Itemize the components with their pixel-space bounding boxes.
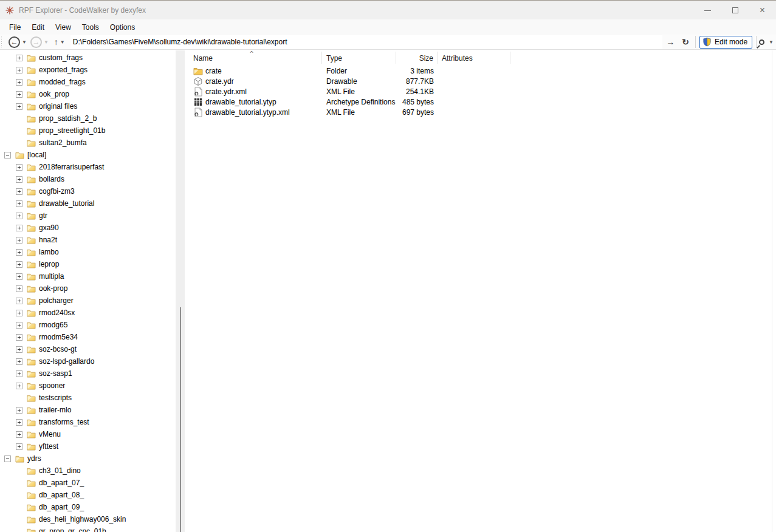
expander-icon[interactable] <box>16 176 22 183</box>
expander-icon[interactable] <box>16 407 22 414</box>
expander-icon[interactable] <box>16 103 22 110</box>
minimize-button[interactable] <box>694 1 721 19</box>
tree-item[interactable]: lambo <box>0 246 176 258</box>
tree-item[interactable]: leprop <box>0 258 176 270</box>
tree-item[interactable]: yfttest <box>0 440 176 452</box>
file-row[interactable]: drawable_tutorial.ytyp.xml XML File 697 … <box>189 107 776 117</box>
tree-item[interactable]: polcharger <box>0 295 176 307</box>
address-bar-input[interactable] <box>70 35 663 49</box>
expander-icon[interactable] <box>16 285 22 292</box>
tree-item[interactable]: soz-bcso-gt <box>0 343 176 355</box>
column-header-type[interactable]: Type <box>322 52 396 64</box>
tree-item[interactable]: db_apart_08_ <box>0 489 176 501</box>
expander-icon[interactable] <box>16 237 22 244</box>
expander-icon[interactable] <box>16 79 22 86</box>
tree-item[interactable]: multipla <box>0 270 176 282</box>
expander-icon[interactable] <box>16 67 22 73</box>
expander-icon[interactable] <box>16 419 22 426</box>
tree-item[interactable]: ook_prop <box>0 88 176 100</box>
expander-icon[interactable] <box>16 164 22 171</box>
tree-item[interactable]: cogfbi-zm3 <box>0 185 176 197</box>
tree-item[interactable]: rmodm5e34 <box>0 331 176 343</box>
tree-item[interactable]: ook-prop <box>0 282 176 295</box>
expander-icon[interactable] <box>16 443 22 450</box>
back-dropdown-icon[interactable]: ▼ <box>22 39 27 45</box>
expander-icon[interactable] <box>16 358 22 365</box>
tree-item[interactable]: db_apart_07_ <box>0 477 176 489</box>
forward-button[interactable]: → <box>30 36 42 48</box>
tree-item[interactable]: drawable_tutorial <box>0 197 176 210</box>
tree-item[interactable]: sultan2_bumfa <box>0 137 176 149</box>
tree-item[interactable]: prop_satdish_2_b <box>0 112 176 124</box>
up-dropdown-icon[interactable]: ▼ <box>60 39 65 45</box>
tree-item[interactable]: des_heli_highway006_skin <box>0 513 176 525</box>
go-icon[interactable]: → <box>666 37 675 47</box>
tree-item[interactable]: gr_prop_gr_cnc_01b <box>0 525 176 532</box>
menu-view[interactable]: View <box>50 21 77 34</box>
forward-dropdown-icon[interactable]: ▼ <box>44 39 49 45</box>
expander-icon[interactable] <box>16 91 22 98</box>
expander-icon[interactable] <box>16 261 22 268</box>
up-button[interactable]: ↑ <box>54 37 58 47</box>
tree-item[interactable]: custom_frags <box>0 52 176 64</box>
edit-mode-button[interactable]: Edit mode <box>699 36 752 49</box>
maximize-button[interactable] <box>721 1 749 19</box>
tree-item[interactable]: bollards <box>0 173 176 185</box>
expander-icon[interactable] <box>4 455 11 462</box>
tree-item[interactable]: db_apart_09_ <box>0 501 176 513</box>
expander-icon[interactable] <box>16 383 22 389</box>
file-row[interactable]: crate.ydr.xml XML File 254.1KB <box>189 86 776 97</box>
tree-item[interactable]: 2018ferrarisuperfast <box>0 161 176 173</box>
tree-item[interactable]: rmod240sx <box>0 307 176 319</box>
menu-file[interactable]: File <box>4 21 26 34</box>
file-row[interactable]: crate.ydr Drawable 877.7KB <box>189 76 776 86</box>
tree-scrollbar-thumb[interactable] <box>180 307 181 532</box>
tree-item[interactable]: rmodg65 <box>0 319 176 331</box>
expander-icon[interactable] <box>16 188 22 195</box>
menu-edit[interactable]: Edit <box>26 21 50 34</box>
expander-icon[interactable] <box>16 55 22 61</box>
tree-item[interactable]: prop_streetlight_01b <box>0 124 176 137</box>
expander-icon[interactable] <box>16 310 22 316</box>
file-row[interactable]: crate Folder 3 items <box>189 66 776 76</box>
expander-icon[interactable] <box>16 273 22 280</box>
tree-item[interactable]: [local] <box>0 149 176 161</box>
expander-icon[interactable] <box>16 200 22 207</box>
tree-item[interactable]: exported_frags <box>0 64 176 76</box>
column-header-attributes[interactable]: Attributes <box>438 52 510 64</box>
tree-item[interactable]: gxa90 <box>0 222 176 234</box>
expander-icon[interactable] <box>16 334 22 341</box>
expander-icon[interactable] <box>16 322 22 329</box>
tree-item[interactable]: ydrs <box>0 452 176 465</box>
expander-icon[interactable] <box>16 431 22 438</box>
expander-icon[interactable] <box>16 249 22 256</box>
tree-item[interactable]: gtr <box>0 210 176 222</box>
expander-icon[interactable] <box>16 213 22 219</box>
menu-options[interactable]: Options <box>105 21 140 34</box>
column-header-name[interactable]: ^ Name <box>189 52 322 64</box>
search-button[interactable]: ▼ <box>759 39 774 45</box>
toolbar-grip[interactable] <box>1 36 2 48</box>
tree-item[interactable]: hna2t <box>0 234 176 246</box>
tree-item[interactable]: testscripts <box>0 392 176 404</box>
close-button[interactable]: × <box>749 1 776 19</box>
tree-item[interactable]: spooner <box>0 380 176 392</box>
search-dropdown-icon[interactable]: ▼ <box>769 39 774 45</box>
tree-item[interactable]: soz-sasp1 <box>0 367 176 380</box>
tree-item[interactable]: original files <box>0 100 176 112</box>
expander-icon[interactable] <box>16 346 22 353</box>
refresh-icon[interactable]: ↻ <box>682 37 689 47</box>
column-header-size[interactable]: Size <box>396 52 438 64</box>
tree-item[interactable]: trailer-mlo <box>0 404 176 416</box>
tree-item[interactable]: ch3_01_dino <box>0 465 176 477</box>
expander-icon[interactable] <box>4 152 11 159</box>
expander-icon[interactable] <box>16 370 22 377</box>
tree-item[interactable]: soz-lspd-gallardo <box>0 355 176 367</box>
tree-item[interactable]: modded_frags <box>0 76 176 88</box>
tree-item[interactable]: transforms_test <box>0 416 176 428</box>
menu-tools[interactable]: Tools <box>77 21 105 34</box>
tree-item[interactable]: vMenu <box>0 428 176 440</box>
back-button[interactable]: ← <box>9 36 20 48</box>
file-row[interactable]: drawable_tutorial.ytyp Archetype Definit… <box>189 97 776 107</box>
tree-scrollbar[interactable] <box>176 50 185 532</box>
